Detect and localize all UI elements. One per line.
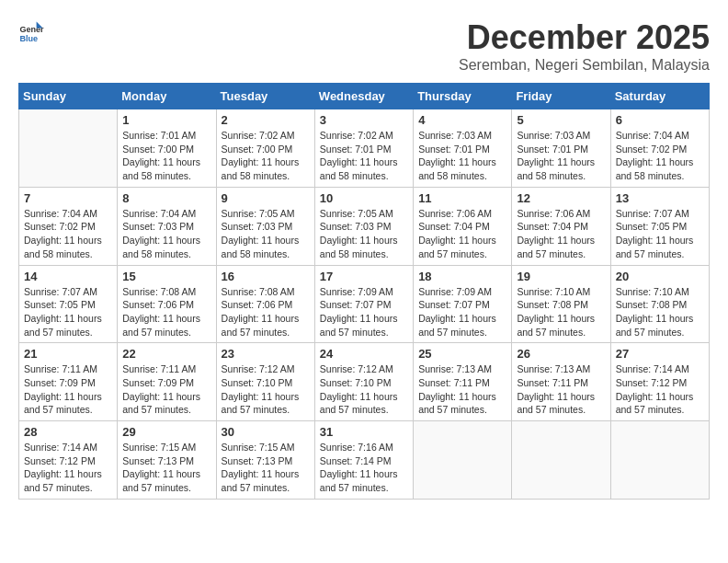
day-info: Sunrise: 7:06 AMSunset: 7:04 PMDaylight:… [418,207,506,261]
calendar-week-row: 28Sunrise: 7:14 AMSunset: 7:12 PMDayligh… [19,421,710,500]
day-info: Sunrise: 7:14 AMSunset: 7:12 PMDaylight:… [24,441,112,495]
svg-text:Blue: Blue [19,34,38,43]
calendar-table: SundayMondayTuesdayWednesdayThursdayFrid… [18,83,710,500]
day-info: Sunrise: 7:12 AMSunset: 7:10 PMDaylight:… [222,362,310,417]
day-number: 4 [418,113,506,127]
calendar-cell [610,421,709,500]
weekday-header: Monday [118,84,216,109]
day-number: 18 [418,270,506,283]
calendar-week-row: 21Sunrise: 7:11 AMSunset: 7:09 PMDayligh… [19,343,710,421]
day-info: Sunrise: 7:14 AMSunset: 7:12 PMDaylight:… [616,362,704,417]
day-number: 2 [222,113,310,127]
day-number: 24 [320,347,408,361]
day-info: Sunrise: 7:15 AMSunset: 7:13 PMDaylight:… [122,441,210,495]
weekday-header: Thursday [414,84,512,109]
location-title: Seremban, Negeri Sembilan, Malaysia [459,57,710,74]
day-info: Sunrise: 7:15 AMSunset: 7:13 PMDaylight:… [222,441,310,495]
day-number: 12 [517,191,605,205]
day-info: Sunrise: 7:04 AMSunset: 7:02 PMDaylight:… [616,129,704,183]
calendar-cell: 31Sunrise: 7:16 AMSunset: 7:14 PMDayligh… [314,421,413,500]
day-number: 16 [222,270,310,283]
day-number: 13 [616,191,704,205]
calendar-cell: 18Sunrise: 7:09 AMSunset: 7:07 PMDayligh… [414,265,512,343]
day-info: Sunrise: 7:04 AMSunset: 7:02 PMDaylight:… [24,207,112,261]
calendar-cell: 5Sunrise: 7:03 AMSunset: 7:01 PMDaylight… [512,109,610,188]
day-number: 3 [320,113,408,127]
day-number: 25 [418,347,506,361]
day-info: Sunrise: 7:07 AMSunset: 7:05 PMDaylight:… [616,207,704,261]
calendar-cell: 15Sunrise: 7:08 AMSunset: 7:06 PMDayligh… [118,265,216,343]
day-number: 22 [122,347,210,361]
day-info: Sunrise: 7:16 AMSunset: 7:14 PMDaylight:… [320,441,408,495]
calendar-cell: 24Sunrise: 7:12 AMSunset: 7:10 PMDayligh… [314,343,413,421]
day-number: 26 [517,347,605,361]
logo-icon: General Blue [18,18,44,44]
day-number: 11 [418,191,506,205]
calendar-cell [414,421,512,500]
calendar-cell: 17Sunrise: 7:09 AMSunset: 7:07 PMDayligh… [314,265,413,343]
day-info: Sunrise: 7:09 AMSunset: 7:07 PMDaylight:… [418,285,506,339]
day-number: 27 [616,347,704,361]
calendar-cell: 26Sunrise: 7:13 AMSunset: 7:11 PMDayligh… [512,343,610,421]
calendar-cell [512,421,610,500]
day-number: 1 [122,113,210,127]
calendar-cell: 22Sunrise: 7:11 AMSunset: 7:09 PMDayligh… [118,343,216,421]
weekday-header: Saturday [610,84,709,109]
calendar-cell: 6Sunrise: 7:04 AMSunset: 7:02 PMDaylight… [610,109,709,188]
calendar-cell: 21Sunrise: 7:11 AMSunset: 7:09 PMDayligh… [19,343,118,421]
calendar-cell: 14Sunrise: 7:07 AMSunset: 7:05 PMDayligh… [19,265,118,343]
calendar-cell: 9Sunrise: 7:05 AMSunset: 7:03 PMDaylight… [216,187,314,265]
day-number: 14 [24,270,112,283]
day-info: Sunrise: 7:05 AMSunset: 7:03 PMDaylight:… [320,207,408,261]
day-info: Sunrise: 7:10 AMSunset: 7:08 PMDaylight:… [517,285,605,339]
calendar-cell: 12Sunrise: 7:06 AMSunset: 7:04 PMDayligh… [512,187,610,265]
logo: General Blue [18,18,44,44]
day-number: 9 [222,191,310,205]
day-number: 19 [517,270,605,283]
calendar-cell: 28Sunrise: 7:14 AMSunset: 7:12 PMDayligh… [19,421,118,500]
calendar-cell: 2Sunrise: 7:02 AMSunset: 7:00 PMDaylight… [216,109,314,188]
day-info: Sunrise: 7:08 AMSunset: 7:06 PMDaylight:… [122,285,210,339]
calendar-cell [19,109,118,188]
day-number: 30 [222,425,310,439]
calendar-week-row: 7Sunrise: 7:04 AMSunset: 7:02 PMDaylight… [19,187,710,265]
day-info: Sunrise: 7:11 AMSunset: 7:09 PMDaylight:… [122,362,210,417]
title-section: December 2025 Seremban, Negeri Sembilan,… [459,18,710,74]
calendar-cell: 4Sunrise: 7:03 AMSunset: 7:01 PMDaylight… [414,109,512,188]
day-info: Sunrise: 7:03 AMSunset: 7:01 PMDaylight:… [517,129,605,183]
day-number: 21 [24,347,112,361]
weekday-header: Wednesday [314,84,413,109]
day-number: 7 [24,191,112,205]
day-number: 23 [222,347,310,361]
day-info: Sunrise: 7:12 AMSunset: 7:10 PMDaylight:… [320,362,408,417]
day-number: 6 [616,113,704,127]
calendar-cell: 3Sunrise: 7:02 AMSunset: 7:01 PMDaylight… [314,109,413,188]
day-info: Sunrise: 7:09 AMSunset: 7:07 PMDaylight:… [320,285,408,339]
calendar-cell: 16Sunrise: 7:08 AMSunset: 7:06 PMDayligh… [216,265,314,343]
calendar-header-row: SundayMondayTuesdayWednesdayThursdayFrid… [19,84,710,109]
day-info: Sunrise: 7:02 AMSunset: 7:01 PMDaylight:… [320,129,408,183]
day-number: 29 [122,425,210,439]
calendar-cell: 20Sunrise: 7:10 AMSunset: 7:08 PMDayligh… [610,265,709,343]
day-info: Sunrise: 7:01 AMSunset: 7:00 PMDaylight:… [122,129,210,183]
day-info: Sunrise: 7:11 AMSunset: 7:09 PMDaylight:… [24,362,112,417]
day-number: 5 [517,113,605,127]
calendar-cell: 11Sunrise: 7:06 AMSunset: 7:04 PMDayligh… [414,187,512,265]
calendar-cell: 13Sunrise: 7:07 AMSunset: 7:05 PMDayligh… [610,187,709,265]
weekday-header: Tuesday [216,84,314,109]
day-info: Sunrise: 7:07 AMSunset: 7:05 PMDaylight:… [24,285,112,339]
day-number: 10 [320,191,408,205]
day-number: 15 [122,270,210,283]
calendar-cell: 1Sunrise: 7:01 AMSunset: 7:00 PMDaylight… [118,109,216,188]
calendar-cell: 7Sunrise: 7:04 AMSunset: 7:02 PMDaylight… [19,187,118,265]
calendar-cell: 30Sunrise: 7:15 AMSunset: 7:13 PMDayligh… [216,421,314,500]
day-info: Sunrise: 7:10 AMSunset: 7:08 PMDaylight:… [616,285,704,339]
day-info: Sunrise: 7:13 AMSunset: 7:11 PMDaylight:… [517,362,605,417]
day-info: Sunrise: 7:02 AMSunset: 7:00 PMDaylight:… [222,129,310,183]
day-number: 8 [122,191,210,205]
calendar-cell: 8Sunrise: 7:04 AMSunset: 7:03 PMDaylight… [118,187,216,265]
calendar-cell: 19Sunrise: 7:10 AMSunset: 7:08 PMDayligh… [512,265,610,343]
day-number: 28 [24,425,112,439]
calendar-cell: 23Sunrise: 7:12 AMSunset: 7:10 PMDayligh… [216,343,314,421]
weekday-header: Friday [512,84,610,109]
